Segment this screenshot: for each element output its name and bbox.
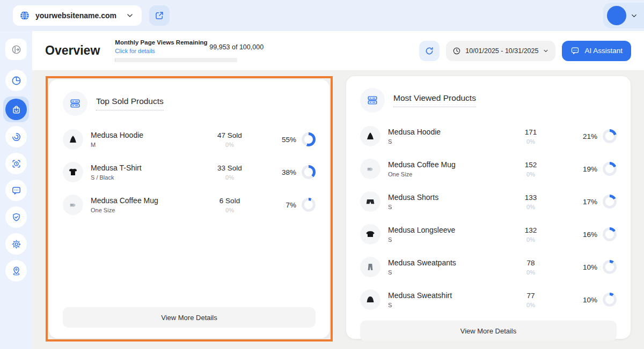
refresh-button[interactable] xyxy=(419,41,440,61)
sidebar-item-settings[interactable] xyxy=(5,233,27,255)
page-views-count: 99,953 of 100,000 xyxy=(209,43,264,55)
external-link-icon xyxy=(155,11,164,20)
product-count: 133 xyxy=(501,194,560,202)
product-count: 78 xyxy=(501,259,560,267)
sidebar-item-toggle[interactable] xyxy=(5,39,27,60)
product-percent: 19% xyxy=(583,165,597,173)
product-variant: S xyxy=(388,138,501,145)
sidebar-item-live-view[interactable] xyxy=(5,153,27,174)
open-site-button[interactable] xyxy=(149,5,170,26)
product-row[interactable]: Medusa Hoodie S 171 0% 21% xyxy=(360,124,617,148)
site-selector[interactable]: yourwebsitename.com xyxy=(13,5,142,26)
product-name: Medusa T-Shirt xyxy=(91,164,200,172)
chevron-down-icon xyxy=(630,12,638,20)
product-count-sub: 0% xyxy=(501,302,560,308)
sidebar-item-ecommerce-active[interactable] xyxy=(3,96,29,122)
product-count-sub: 0% xyxy=(200,142,259,148)
product-variant: S / Black xyxy=(91,174,200,181)
product-count-sub: 0% xyxy=(501,204,560,210)
product-percent: 17% xyxy=(583,198,597,206)
product-row[interactable]: Medusa Sweatshirt S 77 0% 10% xyxy=(360,288,617,311)
globe-icon xyxy=(19,10,30,21)
topbar: yourwebsitename.com xyxy=(0,0,644,31)
sidebar-toggle-icon xyxy=(11,44,21,55)
product-variant: One Size xyxy=(388,171,501,177)
product-name: Medusa Coffee Mug xyxy=(388,160,501,169)
product-rows: Medusa Hoodie S 171 0% 21% xyxy=(360,124,617,321)
product-variant: S xyxy=(388,269,501,276)
sweatshirt-image xyxy=(360,289,380,310)
view-more-details-button[interactable]: View More Details xyxy=(63,307,316,328)
product-row[interactable]: Medusa Coffee Mug One Size 6 Sold 0% 7% xyxy=(63,193,316,217)
product-name: Medusa Coffee Mug xyxy=(91,196,200,205)
sidebar-item-security[interactable] xyxy=(5,206,27,228)
product-count: 77 xyxy=(501,292,560,300)
page-views-label: Monthly Page Views Remaining xyxy=(115,39,207,46)
product-rows: Medusa Hoodie M 47 Sold 0% 55% xyxy=(63,128,316,307)
donut-chart xyxy=(302,132,316,146)
product-count: 171 xyxy=(501,128,560,136)
map-pin-icon xyxy=(11,266,21,276)
account-menu[interactable] xyxy=(603,3,644,28)
page-views-details-link[interactable]: Click for details xyxy=(115,48,155,54)
product-count-sub: 0% xyxy=(501,138,560,145)
product-count-sub: 0% xyxy=(501,236,560,243)
donut-chart xyxy=(603,260,617,274)
product-row[interactable]: Medusa Shorts S 133 0% 17% xyxy=(360,190,617,213)
view-more-details-button[interactable]: View More Details xyxy=(360,321,617,341)
avatar xyxy=(607,6,626,25)
refresh-icon xyxy=(425,46,434,56)
longsleeve-image xyxy=(360,224,380,244)
page-views-progress-bar xyxy=(115,58,237,62)
products-list-icon xyxy=(63,91,87,116)
product-percent: 55% xyxy=(282,136,296,144)
page-header: Overview Monthly Page Views Remaining Cl… xyxy=(32,31,644,70)
date-range-picker[interactable]: 10/01/2025 - 10/31/2025 xyxy=(446,41,555,61)
coffee-mug-image xyxy=(360,159,380,179)
product-count-sub: 0% xyxy=(501,269,560,276)
product-percent: 10% xyxy=(583,296,597,304)
pie-chart-icon xyxy=(11,76,21,86)
product-row[interactable]: Medusa Sweatpants S 78 0% 10% xyxy=(360,255,617,279)
product-variant: S xyxy=(388,204,501,210)
gear-icon xyxy=(11,239,21,249)
product-row[interactable]: Medusa Coffee Mug One Size 152 0% 19% xyxy=(360,157,617,181)
card-title-top-sold[interactable]: Top Sold Products xyxy=(96,96,164,110)
chat-bubble-icon xyxy=(11,185,21,196)
sidebar-item-locations[interactable] xyxy=(5,260,27,281)
chevron-down-icon xyxy=(543,48,549,54)
sidebar-item-analytics[interactable] xyxy=(5,70,27,91)
product-count-sub: 0% xyxy=(200,174,259,181)
donut-chart xyxy=(603,162,617,176)
hoodie-image xyxy=(63,129,83,150)
most-viewed-products-card: Most Viewed Products Medusa Hoodie S 171… xyxy=(346,76,631,339)
product-count: 132 xyxy=(501,226,560,234)
donut-chart xyxy=(603,227,617,241)
donut-chart xyxy=(302,165,316,179)
sidebar-item-sessions[interactable] xyxy=(5,126,27,147)
chat-bubble-icon xyxy=(570,46,580,55)
chevron-down-icon xyxy=(126,11,134,20)
product-percent: 21% xyxy=(583,132,597,140)
product-row[interactable]: Medusa T-Shirt S / Black 33 Sold 0% 38% xyxy=(63,160,316,184)
product-name: Medusa Shorts xyxy=(388,193,501,202)
product-count-sub: 0% xyxy=(501,171,560,177)
product-row[interactable]: Medusa Longsleeve S 132 0% 16% xyxy=(360,222,617,246)
ai-assistant-label: AI Assistant xyxy=(584,47,623,55)
shield-check-icon xyxy=(11,212,21,222)
site-name: yourwebsitename.com xyxy=(35,11,120,20)
sweatpants-image xyxy=(360,257,380,277)
product-name: Medusa Longsleeve xyxy=(388,226,501,234)
sidebar-item-feedback[interactable] xyxy=(5,180,27,201)
donut-chart xyxy=(603,195,617,209)
product-variant: S xyxy=(388,302,501,308)
clock-icon xyxy=(452,47,461,55)
ai-assistant-button[interactable]: AI Assistant xyxy=(562,41,631,61)
card-title-most-viewed[interactable]: Most Viewed Products xyxy=(393,93,476,107)
product-variant: S xyxy=(388,236,501,243)
product-variant: M xyxy=(91,142,200,148)
page-title: Overview xyxy=(45,43,100,58)
product-name: Medusa Hoodie xyxy=(91,131,200,139)
product-name: Medusa Sweatshirt xyxy=(388,291,501,300)
product-row[interactable]: Medusa Hoodie M 47 Sold 0% 55% xyxy=(63,128,316,151)
